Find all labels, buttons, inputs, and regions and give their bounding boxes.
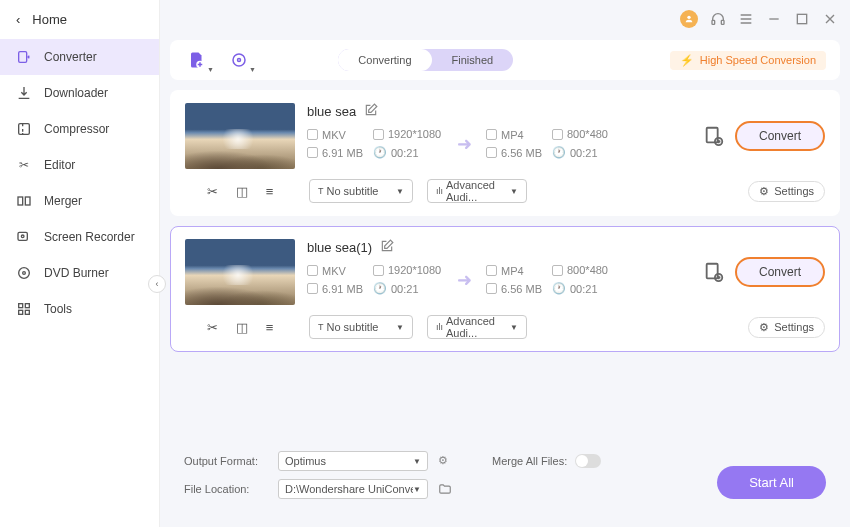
svg-rect-2 <box>18 197 23 205</box>
svg-point-5 <box>21 235 24 238</box>
sidebar-item-tools[interactable]: Tools <box>0 291 159 327</box>
file-icon <box>373 265 384 276</box>
file-location-select[interactable]: D:\Wondershare UniConverter 1▼ <box>278 479 428 499</box>
clock-icon: 🕐 <box>373 282 387 295</box>
dst-dur: 00:21 <box>570 283 598 295</box>
output-settings-icon[interactable] <box>703 125 725 147</box>
close-icon[interactable] <box>822 11 838 27</box>
svg-rect-15 <box>797 14 806 23</box>
merger-icon <box>16 193 32 209</box>
recorder-icon <box>16 229 32 245</box>
sidebar-item-dvd[interactable]: DVD Burner <box>0 255 159 291</box>
minimize-icon[interactable] <box>766 11 782 27</box>
download-icon <box>16 85 32 101</box>
sidebar-item-compressor[interactable]: Compressor <box>0 111 159 147</box>
sidebar-item-downloader[interactable]: Downloader <box>0 75 159 111</box>
sidebar-item-editor[interactable]: ✂ Editor <box>0 147 159 183</box>
file-icon <box>373 129 384 140</box>
dst-res: 800*480 <box>567 264 608 276</box>
sidebar-item-merger[interactable]: Merger <box>0 183 159 219</box>
svg-rect-1 <box>19 124 30 135</box>
subtitle-select[interactable]: TNo subtitle▼ <box>309 315 413 339</box>
avatar[interactable] <box>680 10 698 28</box>
tab-finished[interactable]: Finished <box>432 49 514 71</box>
file-card: blue sea MKV 6.91 MB 1920*1080 🕐00:21 ➜ … <box>170 90 840 216</box>
tab-converting[interactable]: Converting <box>338 49 431 71</box>
output-format-select[interactable]: Optimus▼ <box>278 451 428 471</box>
clock-icon: 🕐 <box>373 146 387 159</box>
dst-format: MP4 <box>501 129 524 141</box>
arrow-right-icon: ➜ <box>457 269 472 291</box>
video-thumbnail[interactable] <box>185 103 295 169</box>
rename-icon[interactable] <box>380 239 394 256</box>
open-folder-icon[interactable] <box>438 482 452 496</box>
home-nav[interactable]: ‹ Home <box>0 0 159 39</box>
svg-point-12 <box>687 16 690 19</box>
merge-label: Merge All Files: <box>492 455 567 467</box>
add-file-button[interactable]: ▼ <box>184 47 210 73</box>
trim-icon[interactable]: ✂ <box>207 184 218 199</box>
add-dvd-button[interactable]: ▼ <box>226 47 252 73</box>
crop-icon[interactable]: ◫ <box>236 320 248 335</box>
svg-rect-14 <box>721 20 724 24</box>
chevron-down-icon: ▼ <box>396 187 404 196</box>
convert-button[interactable]: Convert <box>735 121 825 151</box>
effect-icon[interactable]: ≡ <box>266 184 274 199</box>
back-icon: ‹ <box>16 12 20 27</box>
svg-rect-11 <box>25 310 29 314</box>
output-settings-icon[interactable] <box>703 261 725 283</box>
sidebar-item-label: Compressor <box>44 122 109 136</box>
file-icon <box>486 283 497 294</box>
merge-toggle[interactable] <box>575 454 601 468</box>
clock-icon: 🕐 <box>552 146 566 159</box>
dst-size: 6.56 MB <box>501 147 542 159</box>
dvd-icon <box>16 265 32 281</box>
svg-rect-3 <box>25 197 30 205</box>
effect-icon[interactable]: ≡ <box>266 320 274 335</box>
main-panel: ▼ ▼ Converting Finished ⚡ High Speed Con… <box>170 40 840 517</box>
svg-rect-4 <box>18 232 27 240</box>
headset-icon[interactable] <box>710 11 726 27</box>
sidebar-item-converter[interactable]: Converter <box>0 39 159 75</box>
sidebar-item-label: Editor <box>44 158 75 172</box>
dst-dur: 00:21 <box>570 147 598 159</box>
editor-icon: ✂ <box>16 157 32 173</box>
tab-segment: Converting Finished <box>338 49 513 71</box>
sidebar-item-recorder[interactable]: Screen Recorder <box>0 219 159 255</box>
src-dur: 00:21 <box>391 283 419 295</box>
home-label: Home <box>32 12 67 27</box>
tools-icon <box>16 301 32 317</box>
gear-icon: ⚙ <box>759 185 769 198</box>
file-settings-button[interactable]: ⚙Settings <box>748 317 825 338</box>
subtitle-select[interactable]: TNo subtitle▼ <box>309 179 413 203</box>
src-res: 1920*1080 <box>388 128 441 140</box>
sidebar-item-label: Tools <box>44 302 72 316</box>
maximize-icon[interactable] <box>794 11 810 27</box>
format-settings-icon[interactable]: ⚙ <box>438 454 452 468</box>
video-thumbnail[interactable] <box>185 239 295 305</box>
chevron-down-icon: ▼ <box>413 457 421 466</box>
trim-icon[interactable]: ✂ <box>207 320 218 335</box>
arrow-right-icon: ➜ <box>457 133 472 155</box>
audio-select[interactable]: ılıAdvanced Audi...▼ <box>427 315 527 339</box>
file-settings-button[interactable]: ⚙Settings <box>748 181 825 202</box>
collapse-sidebar-button[interactable]: ‹ <box>148 275 166 293</box>
compress-icon <box>16 121 32 137</box>
file-icon <box>486 147 497 158</box>
file-location-label: File Location: <box>184 483 268 495</box>
menu-icon[interactable] <box>738 11 754 27</box>
hsc-label: High Speed Conversion <box>700 54 816 66</box>
audio-select[interactable]: ılıAdvanced Audi...▼ <box>427 179 527 203</box>
src-res: 1920*1080 <box>388 264 441 276</box>
clock-icon: 🕐 <box>552 282 566 295</box>
gear-icon: ⚙ <box>759 321 769 334</box>
rename-icon[interactable] <box>364 103 378 120</box>
file-card: blue sea(1) MKV 6.91 MB 1920*1080 🕐00:21… <box>170 226 840 352</box>
dst-size: 6.56 MB <box>501 283 542 295</box>
crop-icon[interactable]: ◫ <box>236 184 248 199</box>
src-format: MKV <box>322 265 346 277</box>
start-all-button[interactable]: Start All <box>717 466 826 499</box>
svg-point-18 <box>238 59 241 62</box>
convert-button[interactable]: Convert <box>735 257 825 287</box>
high-speed-toggle[interactable]: ⚡ High Speed Conversion <box>670 51 826 70</box>
